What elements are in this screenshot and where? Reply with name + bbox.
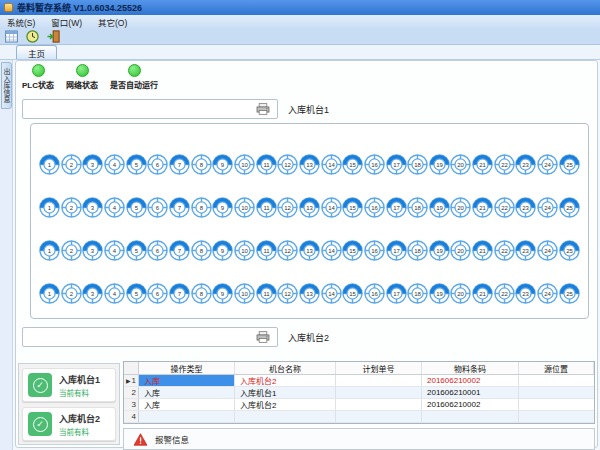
check-icon: ✓	[28, 373, 52, 397]
cell-source[interactable]	[519, 411, 594, 422]
column-header-1[interactable]: 机台名称	[235, 362, 336, 374]
cell-station[interactable]: 入库机台1	[235, 387, 336, 398]
cell-station[interactable]: 入库机台2	[235, 375, 336, 386]
svg-text:25: 25	[566, 162, 573, 168]
slot-dial-10: 10	[234, 240, 255, 261]
column-header-3[interactable]: 物料条码	[422, 362, 519, 374]
table-row-1[interactable]: ▶1入库入库机台2201606210002	[124, 375, 594, 387]
svg-text:19: 19	[436, 248, 443, 254]
table-header-row: 操作类型机台名称计划单号物料条码源位置	[124, 362, 594, 375]
menu-item-1[interactable]: 窗口(W)	[51, 16, 82, 28]
cell-plan[interactable]	[336, 375, 422, 386]
exit-door-button[interactable]	[46, 29, 60, 43]
cell-barcode[interactable]: 201606210001	[422, 387, 519, 398]
slot-dial-24: 24	[537, 154, 558, 175]
cell-plan[interactable]	[336, 399, 422, 410]
cell-station[interactable]: 入库机台2	[235, 399, 336, 410]
slot-dial-13: 13	[299, 240, 320, 261]
svg-text:25: 25	[566, 205, 573, 211]
tab-strip: 主页	[0, 45, 600, 60]
slot-dial-22: 22	[494, 283, 515, 304]
slot-row-2: 1234567891011121314151617181920212223242…	[39, 197, 580, 218]
slot-dial-13: 13	[299, 154, 320, 175]
slot-dial-23: 23	[515, 197, 536, 218]
slot-dial-11: 11	[256, 154, 277, 175]
alarm-label: 报警信息	[155, 433, 189, 445]
card-status-text: 当前有料	[59, 426, 100, 437]
cell-operation[interactable]: 入库	[139, 375, 235, 386]
slot-dial-2: 2	[61, 197, 82, 218]
column-header-2[interactable]: 计划单号	[336, 362, 422, 374]
printer-icon	[256, 331, 270, 343]
status-lamp-icon	[32, 64, 45, 77]
clock-icon	[26, 30, 39, 43]
calendar-icon	[5, 30, 18, 43]
station1-print-button[interactable]	[22, 99, 278, 119]
row-header[interactable]: 4	[124, 411, 139, 422]
cell-barcode[interactable]: 201606210002	[422, 375, 519, 386]
slot-dial-10: 10	[234, 283, 255, 304]
slot-dial-12: 12	[277, 240, 298, 261]
slot-dial-25: 25	[559, 283, 580, 304]
table-row-4[interactable]: 4	[124, 411, 594, 423]
svg-text:11: 11	[263, 205, 270, 211]
indicator-label: 网络状态	[66, 79, 98, 90]
window-title: 卷料暂存系统 V1.0.6034.25526	[17, 1, 142, 14]
table-row-3[interactable]: 3入库入库机台2201606210002	[124, 399, 594, 411]
slot-dial-24: 24	[537, 240, 558, 261]
cell-station[interactable]	[235, 411, 336, 422]
title-bar: 卷料暂存系统 V1.0.6034.25526	[0, 0, 600, 15]
svg-text:17: 17	[393, 291, 400, 297]
slot-dial-19: 19	[429, 154, 450, 175]
slot-dial-21: 21	[472, 283, 493, 304]
slot-dial-20: 20	[450, 240, 471, 261]
row-header[interactable]: ▶1	[124, 375, 139, 386]
row-header[interactable]: 2	[124, 387, 139, 398]
svg-text:13: 13	[306, 162, 313, 168]
cell-plan[interactable]	[336, 387, 422, 398]
cell-barcode[interactable]: 201606210002	[422, 399, 519, 410]
dock-tab[interactable]: 出入库信息	[1, 62, 12, 109]
slot-dial-14: 14	[321, 283, 342, 304]
cell-barcode[interactable]	[422, 411, 519, 422]
station2-print-button[interactable]	[22, 327, 278, 347]
svg-text:22: 22	[501, 291, 508, 297]
menu-item-2[interactable]: 其它(O)	[98, 16, 127, 28]
calendar-button[interactable]	[4, 29, 18, 43]
cell-source[interactable]	[519, 375, 594, 386]
svg-text:24: 24	[544, 291, 551, 297]
slot-dial-2: 2	[61, 283, 82, 304]
tab-home[interactable]: 主页	[16, 45, 57, 59]
clock-button[interactable]	[25, 29, 39, 43]
slot-dial-5: 5	[126, 283, 147, 304]
status-lamp-icon	[76, 64, 89, 77]
svg-text:20: 20	[458, 162, 465, 168]
svg-text:21: 21	[479, 162, 486, 168]
slot-dial-23: 23	[515, 240, 536, 261]
column-header-4[interactable]: 源位置	[519, 362, 594, 374]
slot-dial-23: 23	[515, 283, 536, 304]
slot-dial-24: 24	[537, 283, 558, 304]
slot-dial-6: 6	[147, 197, 168, 218]
slot-dial-5: 5	[126, 154, 147, 175]
card-station-name: 入库机台1	[59, 373, 100, 386]
cell-plan[interactable]	[336, 411, 422, 422]
cell-operation[interactable]: 入库	[139, 387, 235, 398]
column-header-0[interactable]: 操作类型	[139, 362, 235, 374]
station2-header: 入库机台2	[22, 326, 591, 348]
slot-dial-20: 20	[450, 197, 471, 218]
cell-operation[interactable]: 入库	[139, 399, 235, 410]
cell-source[interactable]	[519, 387, 594, 398]
table-row-2[interactable]: 2入库入库机台1201606210001	[124, 387, 594, 399]
slot-dial-19: 19	[429, 240, 450, 261]
row-header[interactable]: 3	[124, 399, 139, 410]
slot-dial-3: 3	[82, 240, 103, 261]
slot-dial-12: 12	[277, 154, 298, 175]
slot-dial-11: 11	[256, 283, 277, 304]
menu-item-0[interactable]: 系统(S)	[7, 16, 35, 28]
svg-text:13: 13	[306, 205, 313, 211]
slot-dial-4: 4	[104, 154, 125, 175]
cell-operation[interactable]	[139, 411, 235, 422]
slot-row-3: 1234567891011121314151617181920212223242…	[39, 240, 580, 261]
cell-source[interactable]	[519, 399, 594, 410]
